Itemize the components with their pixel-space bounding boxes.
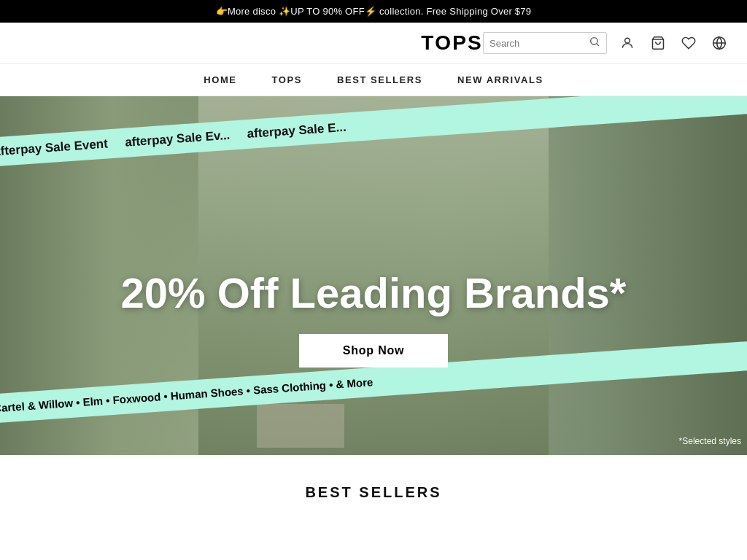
best-sellers-title: BEST SELLERS [18, 484, 729, 501]
search-input[interactable] [489, 38, 584, 49]
nav-item-best-sellers[interactable]: BEST SELLERS [337, 74, 422, 85]
header: TOPS [0, 23, 747, 64]
user-icon[interactable] [617, 33, 638, 53]
svg-point-0 [591, 38, 597, 44]
selected-styles-note: *Selected styles [679, 436, 741, 446]
site-logo[interactable]: TOPS [421, 31, 483, 55]
header-actions [483, 32, 729, 54]
nav-item-new-arrivals[interactable]: NEW ARRIVALS [457, 74, 543, 85]
wishlist-icon[interactable] [678, 33, 699, 53]
bag-icon[interactable] [648, 33, 668, 53]
hero-banner: afterpay Sale Event afterpay Sale Ev... … [0, 96, 747, 455]
main-nav: HOME TOPS BEST SELLERS NEW ARRIVALS [0, 64, 747, 96]
nav-item-home[interactable]: HOME [204, 74, 236, 85]
globe-icon[interactable] [709, 33, 729, 53]
shop-now-button[interactable]: Shop Now [299, 334, 449, 368]
svg-line-1 [597, 44, 599, 46]
best-sellers-section: BEST SELLERS [0, 455, 747, 516]
search-icon[interactable] [589, 36, 600, 50]
hero-content: 20% Off Leading Brands* Shop Now [0, 270, 747, 368]
svg-point-2 [625, 38, 630, 43]
hero-title: 20% Off Leading Brands* [0, 270, 747, 316]
announcement-bar: 👉More disco ✨UP TO 90% OFF⚡ collection. … [0, 0, 747, 23]
search-container[interactable] [483, 32, 607, 54]
nav-item-tops[interactable]: TOPS [272, 74, 302, 85]
announcement-text: 👉More disco ✨UP TO 90% OFF⚡ collection. … [216, 6, 532, 17]
